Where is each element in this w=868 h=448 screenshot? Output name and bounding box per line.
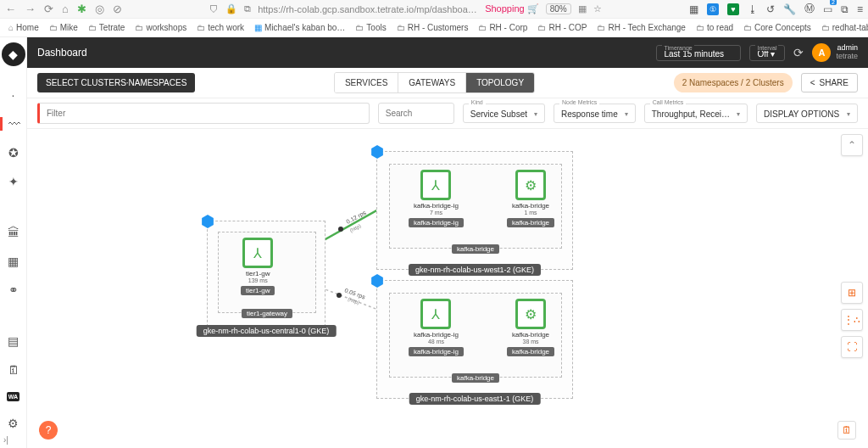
browser-toolbar: ← → ⟳ ⌂ ✱ ◎ ⊘ ⛉ 🔒 ⧉ https://rh-colab.gcp… bbox=[0, 0, 868, 19]
avatar: A bbox=[812, 43, 831, 62]
perm-icon[interactable]: ⧉ bbox=[244, 3, 251, 14]
legend-icon[interactable]: ⋮∴ bbox=[841, 309, 863, 331]
share-button[interactable]: < SHARE bbox=[801, 73, 858, 92]
bookmark-item[interactable]: RH - COP bbox=[534, 21, 590, 34]
nav-item[interactable]: ▦ bbox=[8, 255, 19, 268]
cluster-hex-icon bbox=[370, 274, 384, 288]
namespace-label: kafka-bridge bbox=[452, 373, 499, 383]
bookmark-item[interactable]: Michael's kaban bo… bbox=[251, 21, 348, 34]
nav-item[interactable]: ⚭ bbox=[8, 283, 19, 297]
scope-chip: 2 Namespaces / 2 Clusters bbox=[674, 73, 793, 92]
ext-badge-icon[interactable]: ▭2 bbox=[823, 3, 832, 15]
gateway-icon: ⅄ bbox=[242, 238, 273, 268]
app-top-bar: Dashboard Timerange Last 15 minutes Inte… bbox=[27, 37, 868, 68]
service-node[interactable]: ⅄ kafka-bridge-ig 7 ms kafka-bridge-ig bbox=[409, 170, 464, 227]
nav-item[interactable]: · bbox=[12, 88, 15, 102]
reload-icon[interactable]: ⟳ bbox=[44, 3, 53, 15]
bookmark-item[interactable]: Tools bbox=[352, 21, 389, 34]
kind-select[interactable]: KindService Subset bbox=[463, 104, 545, 123]
url-text[interactable]: https://rh-colab.gcp.sandbox.tetrate.io/… bbox=[258, 4, 478, 14]
bookmark-item[interactable]: Core Concepts bbox=[740, 21, 815, 34]
help-button[interactable]: ? bbox=[39, 421, 58, 440]
timerange-select[interactable]: Timerange Last 15 minutes bbox=[656, 45, 741, 61]
ext-icon[interactable]: ♥ bbox=[727, 3, 739, 15]
forward-icon[interactable]: → bbox=[25, 3, 36, 15]
nav-item-topology[interactable]: 〰 bbox=[0, 117, 26, 131]
bookmark-item[interactable]: RH - Customers bbox=[393, 21, 472, 34]
user-org: tetrate bbox=[836, 53, 858, 61]
nav-item[interactable]: 🏛 bbox=[8, 226, 19, 239]
display-options-select[interactable]: DISPLAY OPTIONS bbox=[756, 104, 858, 123]
bookmark-item[interactable]: Tetrate bbox=[85, 21, 129, 34]
bookmark-star-icon[interactable]: ☆ bbox=[593, 3, 602, 14]
ext-grid-icon[interactable]: ▦ bbox=[689, 3, 698, 15]
tab-services[interactable]: SERVICES bbox=[335, 73, 398, 92]
sidebar-toggle-icon[interactable]: ⧉ bbox=[841, 3, 849, 15]
nav-item[interactable]: ✪ bbox=[8, 146, 19, 160]
ext-icon[interactable]: ✱ bbox=[77, 3, 86, 15]
reader-icon[interactable]: ▦ bbox=[578, 3, 587, 14]
calendar-button[interactable]: 🗓 bbox=[837, 421, 856, 440]
svg-point-9 bbox=[337, 293, 342, 298]
bookmark-item[interactable]: tech work bbox=[193, 21, 248, 34]
menu-icon[interactable]: ≡ bbox=[857, 3, 863, 15]
layout-icon[interactable]: ⊞ bbox=[841, 282, 863, 304]
service-icon: ⚙ bbox=[515, 170, 546, 200]
app-logo[interactable]: ◆ bbox=[2, 42, 25, 66]
bookmark-item[interactable]: Mike bbox=[46, 21, 81, 34]
bookmark-home[interactable]: Home bbox=[5, 21, 42, 34]
call-metrics-select[interactable]: Call MetricsThroughput, Recei… bbox=[644, 104, 748, 123]
ext-icon[interactable]: ① bbox=[707, 3, 719, 15]
lock-icon: 🔒 bbox=[225, 3, 237, 14]
service-icon: ⚙ bbox=[515, 299, 546, 329]
profile-icon[interactable]: Ⓜ bbox=[804, 2, 815, 16]
nav-item[interactable]: 🗓 bbox=[8, 363, 19, 377]
interval-select[interactable]: Interval Off ▾ bbox=[749, 45, 785, 61]
shopping-label[interactable]: Shopping 🛒 bbox=[485, 3, 539, 14]
service-node[interactable]: ⅄ tier1-gw 139 ms tier1-gw bbox=[241, 238, 275, 295]
svg-text:(http): (http) bbox=[348, 296, 360, 305]
shield-icon[interactable]: ⛉ bbox=[209, 4, 219, 14]
collapse-icon[interactable]: ⌃ bbox=[841, 134, 863, 156]
user-menu[interactable]: A admin tetrate bbox=[812, 43, 858, 62]
nav-item-wa[interactable]: WA bbox=[7, 392, 19, 401]
topology-canvas[interactable]: 0.12 rps (http) 0.12 rps · 0.12 rps (htt… bbox=[27, 129, 868, 448]
ext-icon[interactable]: ⊘ bbox=[113, 3, 122, 15]
bookmark-item[interactable]: to read bbox=[693, 21, 737, 34]
fit-icon[interactable]: ⛶ bbox=[841, 336, 863, 358]
bookmark-item[interactable]: workshops bbox=[131, 21, 190, 34]
back-icon[interactable]: ← bbox=[5, 3, 16, 15]
zoom-level[interactable]: 80% bbox=[546, 3, 571, 14]
nav-item[interactable]: ▤ bbox=[8, 334, 19, 348]
cluster-label: gke-nm-rh-colab-us-west1-2 (GKE) bbox=[409, 264, 541, 276]
left-nav-rail: ◆ · 〰 ✪ ✦ 🏛 ▦ ⚭ ▤ 🗓 WA ⚙ bbox=[0, 37, 27, 448]
svg-text:0.05 rps: 0.05 rps bbox=[343, 287, 366, 300]
select-clusters-button[interactable]: SELECT CLUSTERS·NAMESPACES bbox=[37, 73, 195, 92]
download-icon[interactable]: ⭳ bbox=[748, 3, 758, 15]
node-metrics-select[interactable]: Node MetricsResponse time bbox=[554, 104, 636, 123]
tab-topology[interactable]: TOPOLOGY bbox=[466, 73, 534, 92]
filter-input[interactable] bbox=[37, 103, 370, 124]
service-node[interactable]: ⚙ kafka-bridge 38 ms kafka-bridge bbox=[507, 299, 554, 356]
tab-gateways[interactable]: GATEWAYS bbox=[398, 73, 466, 92]
page-title: Dashboard bbox=[37, 47, 648, 59]
bookmarks-bar: Home Mike Tetrate workshops tech work Mi… bbox=[0, 19, 868, 37]
home-icon[interactable]: ⌂ bbox=[62, 3, 69, 15]
cluster-label: gke-nm-rh-colab-us-central1-0 (GKE) bbox=[197, 325, 337, 337]
bookmark-item[interactable]: redhat-tabs bbox=[818, 21, 868, 34]
bookmark-item[interactable]: RH - Corp bbox=[475, 21, 531, 34]
bookmark-item[interactable]: RH - Tech Exchange bbox=[593, 21, 689, 34]
refresh-icon[interactable]: ⟳ bbox=[793, 46, 804, 59]
svg-point-1 bbox=[338, 227, 343, 232]
nav-item[interactable]: ✦ bbox=[8, 175, 19, 188]
expand-rail-icon[interactable]: ›| bbox=[3, 435, 8, 445]
ext-icon[interactable]: ◎ bbox=[95, 3, 104, 15]
cluster-hex-icon bbox=[370, 145, 384, 159]
service-node[interactable]: ⚙ kafka-bridge 1 ms kafka-bridge bbox=[507, 170, 554, 227]
history-icon[interactable]: ↺ bbox=[766, 3, 775, 15]
gateway-icon: ⅄ bbox=[420, 170, 451, 200]
service-node[interactable]: ⅄ kafka-bridge-ig 48 ms kafka-bridge-ig bbox=[409, 299, 464, 356]
search-input[interactable] bbox=[378, 103, 454, 124]
nav-settings-icon[interactable]: ⚙ bbox=[8, 417, 19, 430]
settings-icon[interactable]: 🔧 bbox=[783, 3, 796, 15]
